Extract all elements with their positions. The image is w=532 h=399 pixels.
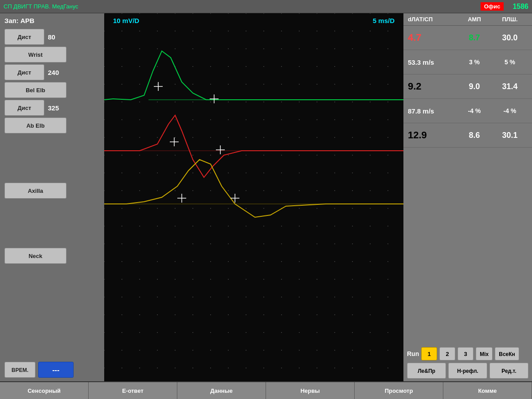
stim-row-1: Дист 80 xyxy=(4,29,100,45)
zap-label: Зап: АРВ xyxy=(4,17,100,24)
ab-elb-btn[interactable]: Ab Elb xyxy=(4,117,66,133)
dist-val-3: 325 xyxy=(48,104,59,112)
bottom-bar: Сенсорный Е-ответ Данные Нервы Просмотр … xyxy=(0,381,532,399)
stim-row-7: Axilla xyxy=(4,183,100,199)
wrist-btn[interactable]: Wrist xyxy=(4,47,66,63)
dist-val-1: 80 xyxy=(48,33,55,41)
main-area: Зап: АРВ Дист 80 Wrist Дист 240 Bel Elb … xyxy=(0,13,532,381)
header-col2: АМП xyxy=(457,16,492,23)
top-title: СП ДВИГТ ПРАВ. МедГанус xyxy=(4,3,481,10)
run-btn-1[interactable]: 1 xyxy=(421,347,437,360)
row2-plsh-val: 5 % xyxy=(492,59,528,66)
mix-btn[interactable]: Mix xyxy=(476,347,493,360)
row1-amp-val: 8.7 xyxy=(457,33,492,43)
tab-sensory[interactable]: Сенсорный xyxy=(0,382,89,399)
action-row1: Ле&Пр Н-рефл. Ред.т. xyxy=(407,363,528,379)
left-panel: Зап: АРВ Дист 80 Wrist Дист 240 Bel Elb … xyxy=(0,13,104,381)
nrefl-btn[interactable]: Н-рефл. xyxy=(448,363,487,379)
row5-plsh-val: 30.1 xyxy=(492,131,528,140)
row5-amp-val: 8.6 xyxy=(457,131,492,140)
office-badge: Офис xyxy=(481,2,504,11)
tab-komme[interactable]: Комме xyxy=(443,382,532,399)
right-panel: dЛАТ/СП АМП ПЛШ. 4.7 8.7 30.0 53.3 m/s 3… xyxy=(403,13,532,381)
tab-nervy[interactable]: Нервы xyxy=(266,382,355,399)
dots-btn[interactable]: --- xyxy=(38,362,74,378)
vsekn-btn[interactable]: ВсеКн xyxy=(495,347,519,360)
row3-plsh-val: 31.4 xyxy=(492,82,528,91)
stim-row-5: Дист 325 xyxy=(4,100,100,116)
data-row-2: 53.3 m/s 3 % 5 % xyxy=(403,50,532,74)
header-col1: dЛАТ/СП xyxy=(408,16,457,23)
chart-header: 10 mV/D 5 ms/D xyxy=(104,17,403,24)
row5-main-val: 12.9 xyxy=(408,129,457,141)
run-row: Run 1 2 3 Mix ВсеКн xyxy=(407,347,528,360)
axilla-btn[interactable]: Axilla xyxy=(4,183,66,199)
row3-amp-val: 9.0 xyxy=(457,82,492,91)
scale-mv: 10 mV/D xyxy=(113,17,139,24)
row3-main-val: 9.2 xyxy=(408,81,457,92)
stim-row-3: Дист 240 xyxy=(4,64,100,80)
row2-amp-val: 3 % xyxy=(457,59,492,66)
row2-main-val: 53.3 m/s xyxy=(408,59,457,66)
neck-btn[interactable]: Neck xyxy=(4,248,66,264)
svg-rect-4 xyxy=(104,13,403,381)
data-row-3: 9.2 9.0 31.4 xyxy=(403,74,532,99)
dist-val-2: 240 xyxy=(48,69,59,76)
stim-row-2: Wrist xyxy=(4,47,100,63)
stim-row-8: Neck xyxy=(4,248,100,264)
dist-btn-2[interactable]: Дист xyxy=(4,64,44,80)
header-col3: ПЛШ. xyxy=(492,16,528,23)
run-label: Run xyxy=(407,350,419,357)
row4-main-val: 87.8 m/s xyxy=(408,107,457,115)
row4-plsh-val: -4 % xyxy=(492,107,528,114)
data-row-4: 87.8 m/s -4 % -4 % xyxy=(403,99,532,123)
data-row-5: 12.9 8.6 30.1 xyxy=(403,123,532,148)
waveform-svg: 36.78mA 36.78mA 100mA xyxy=(104,13,403,381)
run-btn-2[interactable]: 2 xyxy=(439,347,455,360)
chart-area: 10 mV/D 5 ms/D xyxy=(104,13,403,381)
run-btn-3[interactable]: 3 xyxy=(458,347,473,360)
data-row-1: 4.7 8.7 30.0 xyxy=(403,26,532,50)
right-table-header: dЛАТ/СП АМП ПЛШ. xyxy=(403,13,532,26)
redt-btn[interactable]: Ред.т. xyxy=(489,363,528,379)
row1-plsh-val: 30.0 xyxy=(492,33,528,43)
bel-elb-btn[interactable]: Bel Elb xyxy=(4,82,66,98)
dist-btn-3[interactable]: Дист xyxy=(4,100,44,116)
stim-row-4: Bel Elb xyxy=(4,82,100,98)
counter: 1586 xyxy=(512,3,528,11)
run-section: Run 1 2 3 Mix ВсеКн Ле&Пр Н-рефл. Ред.т. xyxy=(403,344,532,381)
lepr-btn[interactable]: Ле&Пр xyxy=(407,363,446,379)
dist-btn-1[interactable]: Дист xyxy=(4,29,44,45)
stim-row-6: Ab Elb xyxy=(4,117,100,133)
top-bar: СП ДВИГТ ПРАВ. МедГанус Офис 1586 xyxy=(0,0,532,13)
vrem-btn[interactable]: ВРЕМ. xyxy=(4,362,35,378)
bottom-left-controls: ВРЕМ. --- xyxy=(4,362,100,378)
tab-data[interactable]: Данные xyxy=(177,382,266,399)
scale-ms: 5 ms/D xyxy=(373,17,395,24)
row4-amp-val: -4 % xyxy=(457,107,492,114)
tab-prosmotr[interactable]: Просмотр xyxy=(355,382,443,399)
row1-main-val: 4.7 xyxy=(408,32,457,43)
tab-e-otvet[interactable]: Е-ответ xyxy=(89,382,177,399)
